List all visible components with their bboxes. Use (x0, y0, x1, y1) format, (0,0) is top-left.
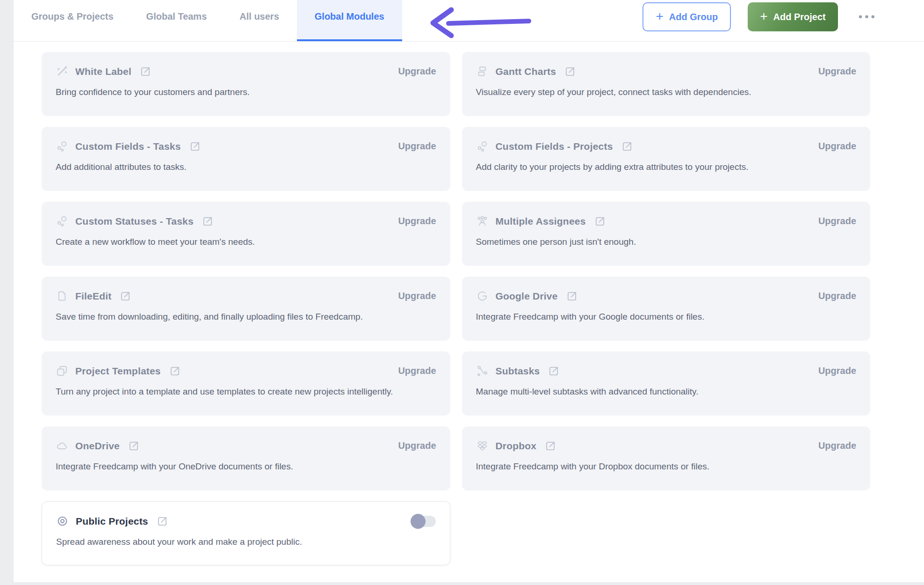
tabs: Groups & Projects Global Teams All users… (31, 0, 402, 41)
cloud-icon (56, 439, 68, 452)
add-project-label: Add Project (773, 12, 826, 22)
module-card-header: Multiple AssigneesUpgrade (476, 215, 857, 227)
dots-cluster-icon (56, 140, 68, 153)
upgrade-label[interactable]: Upgrade (818, 66, 856, 77)
module-description: Save time from downloading, editing, and… (56, 309, 436, 325)
plus-icon: + (656, 10, 663, 23)
module-description: Add clarity to your projects by adding e… (476, 159, 857, 175)
module-description: Integrate Freedcamp with your Dropbox do… (476, 459, 857, 475)
module-card-header: White LabelUpgrade (56, 65, 436, 78)
module-card-header: Custom Statuses - TasksUpgrade (56, 215, 436, 227)
module-card-header: SubtasksUpgrade (476, 365, 857, 377)
module-title: Multiple Assignees (496, 216, 586, 227)
dots-cluster-icon (56, 215, 68, 227)
module-card-fileedit: FileEditUpgradeSave time from downloadin… (42, 277, 450, 341)
module-card-project-templates: Project TemplatesUpgradeTurn any project… (42, 351, 450, 416)
module-description: Integrate Freedcamp with your OneDrive d… (56, 459, 436, 475)
upgrade-label[interactable]: Upgrade (818, 216, 856, 227)
module-card-header: OneDriveUpgrade (56, 439, 436, 452)
upgrade-label[interactable]: Upgrade (398, 216, 436, 227)
upgrade-label[interactable]: Upgrade (818, 366, 856, 376)
module-title: Custom Fields - Tasks (75, 141, 181, 152)
module-description: Manage multi-level subtasks with advance… (476, 384, 857, 400)
annotation-arrow-icon (421, 6, 534, 39)
module-card-google-drive: Google DriveUpgradeIntegrate Freedcamp w… (462, 277, 871, 341)
add-project-button[interactable]: + Add Project (748, 2, 838, 31)
google-g-icon (476, 290, 489, 302)
module-card-gantt-charts: Gantt ChartsUpgradeVisualize every step … (462, 52, 871, 116)
tab-global-teams[interactable]: Global Teams (146, 0, 207, 41)
module-title: Gantt Charts (496, 66, 556, 77)
module-title: White Label (75, 66, 131, 77)
module-description: Create a new workflow to meet your team'… (56, 234, 436, 250)
module-card-header: FileEditUpgrade (56, 290, 436, 302)
module-card-dropbox: DropboxUpgradeIntegrate Freedcamp with y… (462, 426, 871, 490)
external-link-icon[interactable] (202, 215, 214, 227)
dropbox-icon (476, 439, 489, 452)
add-group-label: Add Group (669, 12, 718, 22)
module-card-white-label: White LabelUpgradeBring confidence to yo… (42, 52, 450, 116)
module-title: Custom Fields - Projects (496, 141, 613, 152)
module-description: Bring confidence to your customers and p… (56, 84, 436, 100)
external-link-icon[interactable] (119, 290, 131, 302)
branch-icon (476, 365, 489, 377)
module-title: Subtasks (496, 366, 540, 377)
upgrade-label[interactable]: Upgrade (398, 440, 436, 451)
add-group-button[interactable]: + Add Group (642, 2, 731, 31)
more-options-button[interactable]: ••• (859, 10, 877, 23)
upgrade-label[interactable]: Upgrade (818, 291, 856, 301)
upgrade-label[interactable]: Upgrade (818, 141, 856, 152)
external-link-icon[interactable] (594, 215, 606, 227)
people-group-icon (476, 215, 489, 227)
upgrade-label[interactable]: Upgrade (818, 440, 856, 451)
module-card-header: Custom Fields - TasksUpgrade (56, 140, 436, 153)
file-icon (56, 290, 68, 302)
external-link-icon[interactable] (139, 66, 152, 78)
external-link-icon[interactable] (566, 290, 578, 302)
module-title: Dropbox (496, 440, 537, 452)
module-description: Sometimes one person just isn't enough. (476, 234, 857, 250)
tab-global-modules[interactable]: Global Modules (297, 0, 402, 41)
plus-icon: + (760, 10, 767, 23)
external-link-icon[interactable] (548, 365, 560, 377)
module-title: Public Projects (76, 516, 148, 527)
module-title: Custom Statuses - Tasks (75, 216, 194, 227)
upgrade-label[interactable]: Upgrade (398, 291, 436, 301)
module-title: FileEdit (75, 291, 111, 302)
module-card-custom-statuses-tasks: Custom Statuses - TasksUpgradeCreate a n… (42, 202, 450, 266)
external-link-icon[interactable] (169, 365, 181, 377)
module-description: Spread awareness about your work and mak… (56, 534, 436, 550)
module-card-public-projects: Public ProjectsSpread awareness about yo… (42, 501, 450, 565)
public-projects-toggle[interactable] (411, 516, 436, 527)
tab-groups-and-projects[interactable]: Groups & Projects (31, 0, 114, 41)
stacked-squares-icon (56, 365, 68, 377)
external-link-icon[interactable] (544, 440, 556, 452)
module-card-header: DropboxUpgrade (476, 439, 857, 452)
tab-all-users[interactable]: All users (239, 0, 279, 41)
module-card-multiple-assignees: Multiple AssigneesUpgradeSometimes one p… (462, 202, 871, 266)
module-card-subtasks: SubtasksUpgradeManage multi-level subtas… (462, 351, 871, 416)
module-description: Add additional attributes to tasks. (56, 159, 436, 175)
module-card-header: Project TemplatesUpgrade (56, 365, 436, 377)
toggle-knob[interactable] (411, 514, 426, 529)
modules-grid: White LabelUpgradeBring confidence to yo… (42, 52, 870, 565)
module-card-header: Gantt ChartsUpgrade (476, 65, 857, 78)
dots-cluster-icon (476, 140, 489, 153)
upgrade-label[interactable]: Upgrade (398, 366, 436, 376)
module-title: Project Templates (75, 366, 161, 377)
module-description: Turn any project into a template and use… (56, 384, 436, 400)
module-title: OneDrive (75, 440, 120, 452)
upgrade-label[interactable]: Upgrade (398, 141, 436, 152)
external-link-icon[interactable] (564, 66, 576, 78)
external-link-icon[interactable] (621, 140, 633, 153)
module-card-header: Custom Fields - ProjectsUpgrade (476, 140, 857, 153)
module-description: Visualize every step of your project, co… (476, 84, 857, 100)
toolbar-actions: + Add Group + Add Project ••• (642, 2, 877, 31)
magic-wand-icon (56, 65, 68, 78)
external-link-icon[interactable] (156, 515, 168, 527)
external-link-icon[interactable] (128, 440, 140, 452)
external-link-icon[interactable] (189, 140, 201, 153)
module-card-onedrive: OneDriveUpgradeIntegrate Freedcamp with … (42, 426, 450, 490)
upgrade-label[interactable]: Upgrade (398, 66, 436, 77)
module-description: Integrate Freedcamp with your Google doc… (476, 309, 857, 325)
